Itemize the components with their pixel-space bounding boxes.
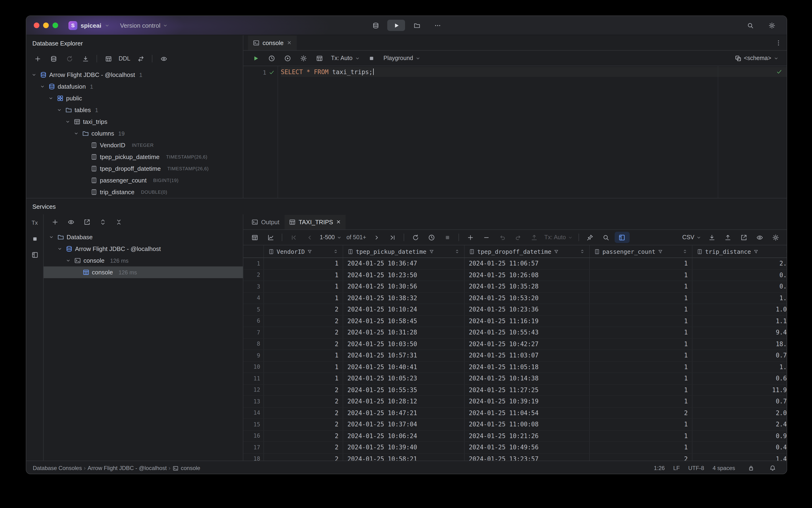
- auto-refresh-button[interactable]: [424, 232, 439, 243]
- row-number-cell[interactable]: 6: [243, 315, 264, 327]
- grid-cell[interactable]: 2.06: [692, 408, 787, 418]
- grid-cell[interactable]: 1: [590, 419, 692, 430]
- export-data-button[interactable]: [736, 232, 751, 243]
- grid-cell[interactable]: 1: [590, 350, 692, 361]
- grid-cell[interactable]: 2: [264, 430, 343, 441]
- grid-cell[interactable]: 0.43: [692, 442, 787, 453]
- grid-cell[interactable]: 1.3: [692, 292, 787, 303]
- grid-cell[interactable]: 1: [590, 430, 692, 441]
- grid-cell[interactable]: 2024-01-25 10:57:31: [343, 350, 465, 361]
- run-button[interactable]: [248, 52, 263, 64]
- tx-mode-dropdown[interactable]: Tx: Auto: [328, 52, 363, 64]
- import-data-button[interactable]: [720, 232, 735, 243]
- grid-cell[interactable]: 1: [264, 373, 343, 384]
- redo-button[interactable]: [510, 232, 526, 243]
- chevron-down-icon[interactable]: [47, 234, 55, 241]
- row-number-cell[interactable]: 11: [243, 373, 264, 384]
- jump-to-console-button[interactable]: [78, 53, 93, 64]
- schema-selector[interactable]: <schema>: [731, 52, 782, 64]
- grid-cell[interactable]: 0.98: [692, 430, 787, 441]
- grid-cell[interactable]: 2024-01-25 10:35:28: [465, 281, 590, 292]
- db-tree-item-passenger-count[interactable]: passenger_countBIGINT(19): [26, 174, 243, 186]
- db-tree-item-tables[interactable]: tables1: [26, 104, 243, 116]
- tx-strip-button[interactable]: Tx: [27, 217, 43, 229]
- close-tab-icon[interactable]: [336, 219, 342, 225]
- grid-cell[interactable]: 1: [264, 292, 343, 303]
- grid-cell[interactable]: 2024-01-25 11:03:07: [465, 350, 590, 361]
- grid-cell[interactable]: 2024-01-25 13:23:57: [465, 453, 590, 461]
- grid-cell[interactable]: 1.8: [692, 362, 787, 373]
- lock-status-button[interactable]: [743, 463, 759, 474]
- chevron-down-icon[interactable]: [64, 118, 71, 125]
- pin-tab-button[interactable]: [583, 232, 598, 243]
- refresh-button[interactable]: [62, 53, 77, 64]
- sql-editor[interactable]: 1 SELECT * FROM taxi_trips;: [243, 66, 787, 198]
- grid-cell[interactable]: 2024-01-25 11:06:57: [465, 258, 590, 269]
- db-tree-item-tpep-pickup-datetime[interactable]: tpep_pickup_datetimeTIMESTAMP(26,6): [26, 151, 243, 163]
- stop-process-button[interactable]: [27, 232, 43, 245]
- column-header-tpep-dropoff-datetime[interactable]: tpep_dropoff_datetime: [465, 245, 590, 257]
- grid-cell[interactable]: 2024-01-25 11:05:18: [465, 362, 590, 373]
- grid-cell[interactable]: 2024-01-25 10:58:21: [343, 453, 465, 461]
- grid-cell[interactable]: 1: [590, 269, 692, 281]
- row-number-cell[interactable]: 7: [243, 327, 264, 338]
- breadcrumb-item-database-consoles[interactable]: Database Consoles: [33, 465, 82, 471]
- grid-cell[interactable]: 1: [264, 281, 343, 292]
- undo-button[interactable]: [495, 232, 510, 243]
- chevron-down-icon[interactable]: [64, 257, 72, 264]
- grid-cell[interactable]: 1: [590, 281, 692, 292]
- grid-cell[interactable]: 2: [264, 396, 343, 407]
- minimize-window-button[interactable]: [43, 23, 49, 28]
- breadcrumb-item-console[interactable]: console: [172, 465, 200, 471]
- delete-row-button[interactable]: [479, 232, 494, 243]
- tab-output[interactable]: Output: [247, 215, 284, 229]
- row-number-cell[interactable]: 4: [243, 292, 264, 303]
- zoom-window-button[interactable]: [52, 23, 58, 28]
- grid-cell[interactable]: 2: [264, 315, 343, 327]
- run-all-button[interactable]: [280, 52, 295, 64]
- find-in-grid-button[interactable]: [599, 232, 614, 243]
- tx-mode-dropdown[interactable]: Tx: Auto: [542, 232, 575, 243]
- grid-cell[interactable]: 2024-01-25 10:53:20: [465, 292, 590, 303]
- grid-cell[interactable]: 1: [590, 396, 692, 407]
- grid-cell[interactable]: 2024-01-25 10:05:23: [343, 373, 465, 384]
- grid-cell[interactable]: 2024-01-25 10:39:19: [465, 396, 590, 407]
- db-tree-item-tpep-dropoff-datetime[interactable]: tpep_dropoff_datetimeTIMESTAMP(26,6): [26, 163, 243, 174]
- grid-cell[interactable]: 2: [264, 327, 343, 338]
- grid-cell[interactable]: 2024-01-25 10:21:26: [465, 430, 590, 441]
- close-tab-icon[interactable]: [286, 40, 292, 45]
- submit-changes-button[interactable]: [527, 232, 541, 243]
- playground-dropdown[interactable]: Playground: [380, 52, 424, 64]
- db-tree-item-trip-distance[interactable]: trip_distanceDOUBLE(0): [26, 186, 243, 198]
- close-window-button[interactable]: [34, 23, 39, 28]
- grid-cell[interactable]: 0.68: [692, 373, 787, 384]
- grid-cell[interactable]: 2024-01-25 10:49:56: [465, 442, 590, 453]
- page-range-dropdown[interactable]: 1-500: [318, 232, 344, 243]
- previous-page-button[interactable]: [302, 232, 317, 243]
- stop-query-button[interactable]: [440, 232, 455, 243]
- grid-cell[interactable]: 2024-01-25 10:39:40: [343, 442, 465, 453]
- file-encoding[interactable]: UTF-8: [688, 465, 704, 471]
- grid-cell[interactable]: 2024-01-25 10:36:47: [343, 258, 465, 269]
- grid-cell[interactable]: 2.46: [692, 419, 787, 430]
- grid-cell[interactable]: 1: [590, 258, 692, 269]
- grid-cell[interactable]: 9.49: [692, 327, 787, 338]
- grid-cell[interactable]: 2: [264, 453, 343, 461]
- chevron-down-icon[interactable]: [30, 71, 38, 78]
- grid-cell[interactable]: 1: [590, 327, 692, 338]
- open-table-button[interactable]: [101, 53, 116, 64]
- grid-cell[interactable]: 2.9: [692, 258, 787, 269]
- grid-cell[interactable]: 2024-01-25 10:03:50: [343, 338, 465, 349]
- grid-cell[interactable]: 2: [264, 408, 343, 418]
- grid-cell[interactable]: 2024-01-25 10:14:38: [465, 373, 590, 384]
- chart-view-button[interactable]: [263, 232, 278, 243]
- db-tree-item-taxi-trips[interactable]: taxi_trips: [26, 116, 243, 128]
- new-item-button[interactable]: [30, 53, 45, 64]
- grid-cell[interactable]: 2024-01-25 11:00:08: [465, 419, 590, 430]
- grid-cell[interactable]: 1.47: [692, 453, 787, 461]
- grid-cell[interactable]: 1: [264, 362, 343, 373]
- grid-cell[interactable]: 2024-01-25 11:16:19: [465, 315, 590, 327]
- grid-cell[interactable]: 2024-01-25 10:55:43: [465, 327, 590, 338]
- stop-button[interactable]: [364, 52, 379, 64]
- row-number-cell[interactable]: 8: [243, 338, 264, 349]
